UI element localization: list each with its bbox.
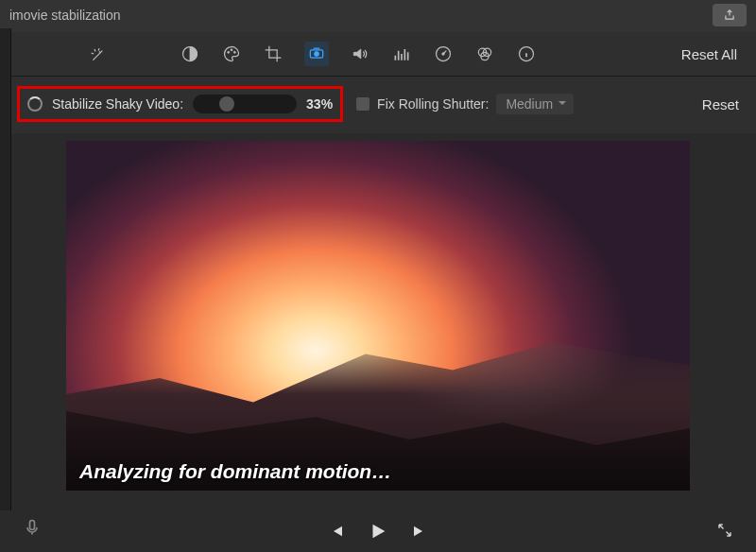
svg-point-3	[233, 51, 235, 53]
volume-icon[interactable]	[350, 43, 370, 64]
fix-rolling-shutter-checkbox[interactable]	[356, 97, 369, 111]
fullscreen-icon[interactable]	[716, 522, 733, 539]
analysis-status-text: Analyzing for dominant motion…	[79, 460, 391, 483]
stabilization-icon[interactable]	[304, 42, 329, 66]
info-icon[interactable]	[516, 43, 537, 64]
stabilize-percent: 33%	[306, 96, 333, 112]
contrast-icon[interactable]	[180, 43, 200, 64]
wand-icon[interactable]	[89, 43, 110, 64]
levels-icon[interactable]	[391, 43, 412, 64]
svg-point-5	[315, 52, 319, 57]
sidebar-strip	[0, 28, 11, 552]
previous-button[interactable]	[326, 521, 347, 542]
fix-rolling-shutter-label: Fix Rolling Shutter:	[377, 96, 489, 112]
titlebar: imovie stabilization	[0, 0, 756, 32]
window-title: imovie stabilization	[9, 8, 121, 23]
stabilize-label: Stabilize Shaky Video:	[52, 96, 183, 112]
stabilization-controls: Stabilize Shaky Video: 33% Fix Rolling S…	[0, 77, 756, 133]
loading-spinner-icon	[27, 96, 43, 112]
inspector-toolbar: Reset All	[0, 32, 756, 77]
svg-rect-12	[30, 521, 35, 530]
stabilize-shaky-video-group: Stabilize Shaky Video: 33%	[17, 86, 343, 122]
color-filter-icon[interactable]	[474, 43, 495, 64]
playback-bar	[0, 510, 756, 552]
microphone-icon[interactable]	[23, 518, 42, 543]
speed-icon[interactable]	[433, 43, 454, 64]
dropdown-value: Medium	[506, 96, 553, 112]
share-icon	[723, 9, 736, 22]
reset-button[interactable]: Reset	[702, 96, 739, 112]
fix-rolling-shutter-group: Fix Rolling Shutter: Medium	[356, 94, 574, 114]
svg-point-1	[228, 51, 230, 53]
crop-icon[interactable]	[263, 43, 284, 64]
reset-all-button[interactable]: Reset All	[681, 46, 737, 62]
rolling-shutter-dropdown[interactable]: Medium	[496, 94, 574, 114]
svg-point-2	[231, 49, 232, 51]
video-preview[interactable]: Analyzing for dominant motion…	[66, 141, 690, 491]
share-button[interactable]	[713, 4, 747, 26]
next-button[interactable]	[409, 521, 430, 542]
slider-thumb[interactable]	[219, 96, 234, 112]
palette-icon[interactable]	[221, 43, 242, 64]
svg-point-7	[442, 53, 445, 56]
stabilize-slider[interactable]	[193, 95, 297, 113]
play-button[interactable]	[368, 521, 388, 542]
